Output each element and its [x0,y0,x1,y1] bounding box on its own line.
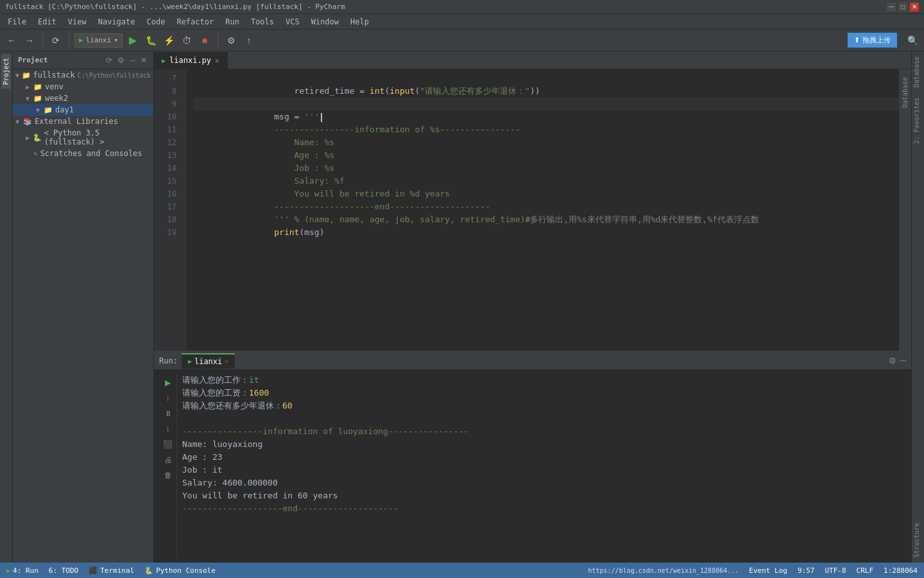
menu-file[interactable]: File [3,16,31,28]
scratches-icon: ✎ [33,150,38,158]
debug-button[interactable]: 🐛 [143,33,158,48]
ext-lib-icon: 📚 [23,118,32,126]
expand-arrow-icon: ▼ [26,95,33,102]
run-tab-close-icon[interactable]: ✕ [225,358,228,365]
settings-button[interactable]: ⚙ [223,33,239,48]
run-print-btn[interactable]: 🖨 [162,453,175,466]
tree-item-external-libs[interactable]: ▼ 📚 External Libraries [13,116,153,127]
expand-arrow-icon: ▼ [36,107,44,114]
menu-tools[interactable]: Tools [246,16,279,28]
line-num-16: 16 [154,188,180,200]
line-num-11: 11 [154,123,180,136]
folder-icon: 📁 [22,71,31,80]
status-url: https://blog.csdn.net/weixin_1288064... [588,567,739,574]
run-play-btn[interactable]: ▶ [162,376,175,389]
status-terminal[interactable]: ⬛ Terminal [89,566,134,575]
structure-vtab[interactable]: Structure [912,518,924,563]
favorites-vtab[interactable]: 2: Favorites [912,92,924,149]
coverage-button[interactable]: ⚡ [161,33,176,48]
project-tab[interactable]: Project [1,54,11,89]
run-settings-btn[interactable]: ⚙ [889,356,896,365]
run-minimize-btn[interactable]: ─ [900,356,906,365]
status-event-log[interactable]: Event Log [749,566,787,575]
toolbar-back[interactable]: ← [4,33,19,48]
status-python-console[interactable]: 🐍 Python Console [144,566,216,575]
tree-item-python[interactable]: ▶ 🐍 < Python 3.5 (fullstack) > [13,127,153,148]
menu-run[interactable]: Run [220,16,244,28]
sidebar-collapse-btn[interactable]: ─ [128,55,137,66]
project-tree: ▼ 📁 fullstack C:\Python\fullstack ▶ 📁 ve… [13,69,153,563]
sidebar-close-btn[interactable]: ✕ [139,55,148,66]
run-label: Run: [159,356,178,365]
minimize-button[interactable]: ─ [887,3,896,12]
profile-button[interactable]: ⏱ [179,33,194,48]
tree-item-day1[interactable]: ▼ 📁 day1 [13,104,153,116]
code-editor[interactable]: 7 8 🔒9 10 11 12 13 14 15 16 17 [154,69,898,351]
menu-code[interactable]: Code [142,16,171,28]
maximize-button[interactable]: □ [898,3,907,12]
folder-icon: 📁 [33,94,42,103]
title-text: fullstack [C:\Python\fullstack] - ...\we… [5,3,345,11]
close-button[interactable]: ✕ [910,3,919,12]
menu-bar: File Edit View Navigate Code Refactor Ru… [0,14,924,30]
menu-refactor[interactable]: Refactor [171,16,219,28]
run-pause-btn[interactable]: ⏸ [162,407,175,420]
console-line-1: 请输入您的工作：it [182,374,911,387]
menu-window[interactable]: Window [306,16,344,28]
right-vertical-panel: Database [898,69,911,351]
line-num-12: 12 [154,136,180,149]
tab-close-icon[interactable]: ✕ [215,57,219,65]
console-line-separator1: ----------------information of luoyaxion… [182,425,911,438]
database-vtab[interactable]: Database [912,51,924,92]
toolbar: ← → ⟳ ▶ lianxi ▾ ▶ 🐛 ⚡ ⏱ ■ ⚙ ↑ ⬆ 拖拽上传 🔍 [0,30,924,51]
run-clear-btn[interactable]: ⬛ [162,438,175,451]
run-config-icon: ▶ [79,36,83,44]
toolbar-refresh[interactable]: ⟳ [48,33,64,48]
tree-label: week2 [45,94,68,103]
menu-help[interactable]: Help [345,16,374,28]
console-output: ▶ ↓ ⏸ ↕ ⬛ 🖨 🗑 请输入您的工作：it 请输入您的工资：1600 [154,370,911,563]
menu-edit[interactable]: Edit [33,16,62,28]
upload-button[interactable]: ⬆ 拖拽上传 [848,33,897,48]
line-num-9: 🔒9 [154,98,180,110]
status-terminal-icon: ⬛ [89,566,98,575]
sidebar-config-btn[interactable]: ⚙ [116,55,126,66]
run-button[interactable]: ▶ [125,33,141,48]
run-step-btn[interactable]: ↕ [162,423,175,435]
vcs-button[interactable]: ↑ [241,33,257,48]
sidebar-sync-btn[interactable]: ⟳ [105,55,114,66]
search-button[interactable]: 🔍 [905,33,920,48]
database-tab[interactable]: Database [900,72,910,113]
line-numbers: 7 8 🔒9 10 11 12 13 14 15 16 17 [154,69,186,351]
status-todo-label: 6: TODO [49,566,78,575]
folder-icon: 📁 [44,106,53,114]
cursor [321,113,322,122]
tree-item-week2[interactable]: ▼ 📁 week2 [13,92,153,104]
status-encoding: UTF-8 [825,566,846,575]
tree-item-fullstack[interactable]: ▼ 📁 fullstack C:\Python\fullstack [13,69,153,81]
sidebar-title: Project [18,56,47,64]
tab-lianxi-py[interactable]: ▶ lianxi.py ✕ [154,52,228,69]
run-config-dropdown[interactable]: ▶ lianxi ▾ [74,33,123,48]
console-text: 请输入您的工作：it 请输入您的工资：1600 请输入您还有多少年退休：60 -… [182,374,911,559]
tree-item-scratches[interactable]: ✎ Scratches and Consoles [13,148,153,159]
right-side-tabs: Database 2: Favorites Structure [911,51,924,563]
menu-vcs[interactable]: VCS [280,16,305,28]
console-line-separator2: --------------------end-----------------… [182,502,911,515]
run-trash-btn[interactable]: 🗑 [162,469,175,482]
status-bar: ▶ 4: Run 6: TODO ⬛ Terminal 🐍 Python Con… [0,563,924,578]
sidebar-header: Project ⟳ ⚙ ─ ✕ [13,51,153,69]
status-run[interactable]: ▶ 4: Run [6,566,38,575]
sidebar-controls: ⟳ ⚙ ─ ✕ [105,55,148,66]
status-line-ending: CRLF [857,566,874,575]
status-python-console-label: Python Console [156,566,216,575]
status-todo[interactable]: 6: TODO [49,566,78,575]
toolbar-forward[interactable]: → [22,33,37,48]
stop-button[interactable]: ■ [197,33,212,48]
menu-view[interactable]: View [63,16,92,28]
status-terminal-label: Terminal [100,566,134,575]
menu-navigate[interactable]: Navigate [93,16,141,28]
run-tab-lianxi[interactable]: ▶ lianxi ✕ [182,353,235,369]
run-stop-btn[interactable]: ↓ [162,392,175,405]
tree-item-venv[interactable]: ▶ 📁 venv [13,81,153,92]
